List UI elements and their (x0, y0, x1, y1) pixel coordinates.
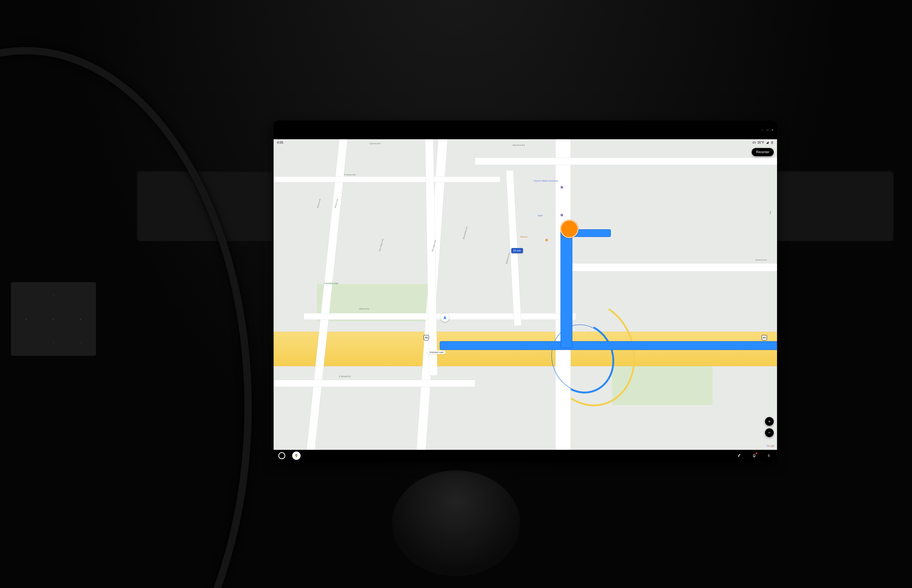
svg-point-3 (296, 455, 296, 456)
park-label-columbia: Columbia Park (324, 282, 339, 285)
poi-food-dennys-icon[interactable]: 🍴 (545, 239, 548, 241)
google-maps-app-button[interactable] (292, 451, 301, 460)
street-label-madrone: Madrone Ave (505, 252, 510, 264)
system-navbar (274, 450, 777, 462)
street-label-almanor: Almanor Ave (756, 259, 767, 261)
highway-shield-101-east: 101 (761, 335, 767, 341)
poi-label-chevron: Chevron Station Sunnyvale (508, 180, 558, 182)
wheel-down-button[interactable]: ▼ (40, 331, 67, 354)
street-label-morse: Morse Ave (316, 199, 321, 208)
poi-gas-chevron-icon[interactable]: ⛽ (560, 186, 563, 189)
road-alturas (304, 313, 576, 320)
notifications-button[interactable] (750, 451, 758, 460)
road-almanor (565, 263, 777, 271)
notification-badge (756, 452, 757, 454)
app-launcher-button[interactable] (278, 451, 286, 460)
voice-assistant-button[interactable] (765, 451, 773, 460)
current-location-label: Unknown road (427, 351, 445, 354)
google-watermark: Google (766, 444, 774, 447)
street-label-manzanita: Manzanita Ave (462, 226, 468, 239)
poi-label-shell: Shell (538, 215, 542, 217)
wheel-phone-button[interactable]: ✆ (68, 331, 94, 354)
street-label-cypress: Cypress Ave (369, 142, 381, 145)
wheel-right-button[interactable]: ▶ (68, 307, 94, 330)
infotainment-screen: – □ ✕ 101 101 (274, 121, 777, 462)
steering-wheel-controls: ▲ ◀ OK ▶ ▼ ✆ (11, 282, 96, 355)
route-segment-north (560, 229, 572, 348)
wheel-left-button[interactable]: ◀ (12, 307, 39, 330)
navigation-arrow-icon (442, 315, 447, 320)
road-e-duane (274, 177, 500, 182)
street-label-alturas: Alturas Ave (359, 308, 369, 310)
highway-shield-101-west: 101 (424, 335, 429, 341)
street-label-beechnut: Beechnut Ave (513, 144, 525, 146)
wheel-up-button[interactable]: ▲ (40, 284, 67, 307)
road-beechnut (475, 158, 777, 165)
launcher-ring-icon (279, 452, 285, 459)
street-label-e-weddell: E Weddell Dr (339, 375, 351, 378)
recenter-button[interactable]: Recenter (752, 148, 774, 156)
display-area: 101 101 Morse Ave Morse Ave Cypress Ave … (274, 139, 777, 450)
bell-icon (752, 454, 756, 458)
road-morse (298, 139, 348, 450)
wheel-ok-button[interactable]: OK (40, 307, 67, 330)
route-destination-marker (560, 220, 578, 237)
music-note-icon (738, 454, 742, 458)
street-label-e-duane: E Duane Ave (344, 173, 356, 176)
display-mount-stalk (392, 470, 520, 576)
emulator-titlebar: – □ ✕ (274, 121, 777, 139)
mic-icon (767, 454, 771, 458)
eta-chip[interactable]: 50 min (511, 248, 523, 253)
svg-rect-5 (768, 455, 769, 456)
map-canvas[interactable]: 101 101 Morse Ave Morse Ave Cypress Ave … (274, 139, 777, 450)
street-label-east-ave: Ave (769, 210, 771, 214)
street-label-san-diego: San Diego Ave (378, 238, 384, 252)
current-location-marker[interactable] (441, 313, 449, 322)
route-segment-highway (440, 341, 777, 350)
poi-label-dennys: Denny's (520, 236, 527, 238)
music-app-button[interactable] (735, 451, 744, 460)
window-maximize-button[interactable]: □ (766, 129, 769, 131)
road-e-weddell (274, 380, 475, 387)
window-close-button[interactable]: ✕ (771, 129, 774, 131)
window-minimize-button[interactable]: – (761, 129, 763, 131)
google-maps-icon (295, 454, 298, 458)
